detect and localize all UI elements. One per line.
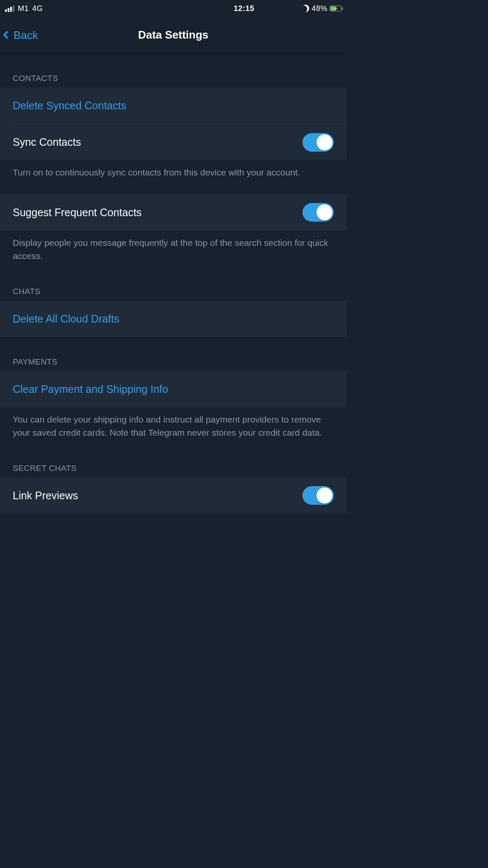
nav-bar: Back Data Settings <box>0 17 347 53</box>
suggest-frequent-contacts-label: Suggest Frequent Contacts <box>13 206 141 219</box>
section-header-contacts: CONTACTS <box>0 53 347 87</box>
carrier-label: M1 <box>18 4 29 13</box>
section-header-secret-chats: SECRET CHATS <box>0 443 347 477</box>
delete-synced-contacts-label: Delete Synced Contacts <box>13 100 126 112</box>
sync-contacts-toggle[interactable] <box>302 133 334 152</box>
battery-percent-label: 48% <box>311 4 327 13</box>
link-previews-label: Link Previews <box>13 490 78 502</box>
sync-contacts-footer: Turn on to continuously sync contacts fr… <box>0 160 347 183</box>
delete-cloud-drafts-row[interactable]: Delete All Cloud Drafts <box>0 300 347 337</box>
sync-contacts-label: Sync Contacts <box>13 136 81 148</box>
status-bar: M1 4G 12:15 48% ⚡ <box>0 0 347 17</box>
clear-payment-footer: You can delete your shipping info and in… <box>0 407 347 443</box>
signal-icon <box>5 6 14 12</box>
section-header-chats: CHATS <box>0 267 347 300</box>
section-header-payments: PAYMENTS <box>0 337 347 371</box>
back-button-label: Back <box>14 28 38 42</box>
back-button[interactable]: Back <box>4 28 38 42</box>
page-title: Data Settings <box>138 28 208 42</box>
delete-synced-contacts-row[interactable]: Delete Synced Contacts <box>0 87 347 124</box>
suggest-frequent-footer: Display people you message frequently at… <box>0 231 347 267</box>
network-label: 4G <box>32 4 43 13</box>
chevron-left-icon <box>3 31 11 39</box>
sync-contacts-row: Sync Contacts <box>13 124 347 160</box>
settings-content: CONTACTS Delete Synced Contacts Sync Con… <box>0 53 347 617</box>
link-previews-row: Link Previews <box>0 477 347 514</box>
link-previews-toggle[interactable] <box>302 486 334 505</box>
clock-label: 12:15 <box>234 4 255 13</box>
do-not-disturb-icon <box>301 3 311 13</box>
suggest-frequent-contacts-row: Suggest Frequent Contacts <box>0 194 347 231</box>
battery-icon: ⚡ <box>330 6 341 11</box>
suggest-frequent-contacts-toggle[interactable] <box>302 203 334 222</box>
delete-cloud-drafts-label: Delete All Cloud Drafts <box>13 313 119 325</box>
clear-payment-info-row[interactable]: Clear Payment and Shipping Info <box>0 371 347 407</box>
clear-payment-info-label: Clear Payment and Shipping Info <box>13 383 168 395</box>
